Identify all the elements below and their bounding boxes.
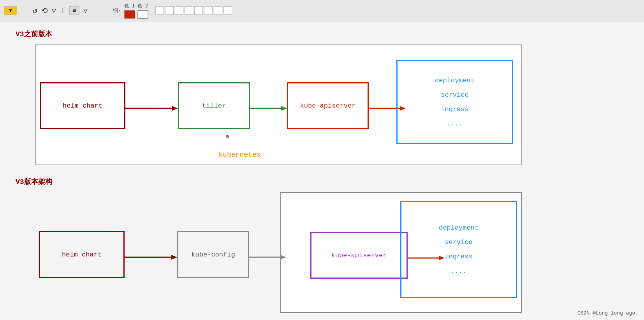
detail-label: 细· [113,7,121,14]
diagram2-wrapper: helm chart kube-apiserver deployment ser [35,192,522,313]
color-palette-8[interactable] [223,6,232,15]
kube-apiserver-box-1: kube-apiserver [287,82,369,129]
arrow-tiller-kubeapi [250,104,289,112]
toolbar: ▼ ↺ ⟲ ▽ | ⊞ ▽ 细· 色 1 色 2 [0,0,644,21]
kube-config-box: kube-config [177,231,249,278]
diagram1-container: helm chart tiller ⊕ kube-apiserver [35,44,522,165]
color1-label: 色 1 [124,3,134,9]
svg-marker-7 [171,255,177,260]
color2-swatch[interactable] [137,10,148,19]
csdn-watermark: CSDN @Long long ago. [577,310,638,316]
color1-swatch[interactable] [124,10,135,19]
kubernetes-label: kubernetes [218,151,260,159]
helm-chart-box-2: helm chart [39,231,125,278]
color-palette-2[interactable] [165,6,174,15]
arrow-helm-kubeconfig [125,253,179,261]
color-palette-3[interactable] [175,6,183,15]
k8s-region: kube-apiserver deployment service ingres… [280,192,522,313]
toolbar-zoom[interactable]: ⊞ [69,6,79,15]
k8s-resources-list-1: deployment service ingress .... [435,77,475,127]
kube-apiserver-box-2: kube-apiserver [310,232,408,279]
helm-chart-box-1: helm chart [40,82,125,129]
color-palette-5[interactable] [194,6,203,15]
toolbar-dropdown-btn[interactable]: ▼ [4,6,17,15]
color-palette-7[interactable] [214,6,222,15]
toolbar-controls: ↺ ⟲ ▽ | ⊞ ▽ [33,6,90,16]
svg-marker-1 [172,106,178,111]
section-title-v3before: V3之前版本 [16,29,628,39]
tiller-box: tiller [178,82,250,129]
svg-marker-3 [281,106,287,111]
k8s-resources-box-2: deployment service ingress .... [400,201,517,298]
color2-label: 色 2 [137,3,148,9]
k8s-resources-box-1: deployment service ingress .... [396,60,513,144]
toolbar-template-section: ▼ [4,6,17,15]
canvas-area: V3之前版本 helm chart tiller ⊕ kube-apiserve… [0,21,644,320]
section-title-v3: V3版本架构 [16,177,628,186]
color-palette-4[interactable] [185,6,193,15]
color-palette-1[interactable] [155,6,164,15]
cursor-indicator: ⊕ [225,133,229,141]
color-palette-6[interactable] [204,6,213,15]
arrow-helm-tiller [125,104,180,112]
k8s-resources-list-2: deployment service ingress .... [439,224,479,275]
